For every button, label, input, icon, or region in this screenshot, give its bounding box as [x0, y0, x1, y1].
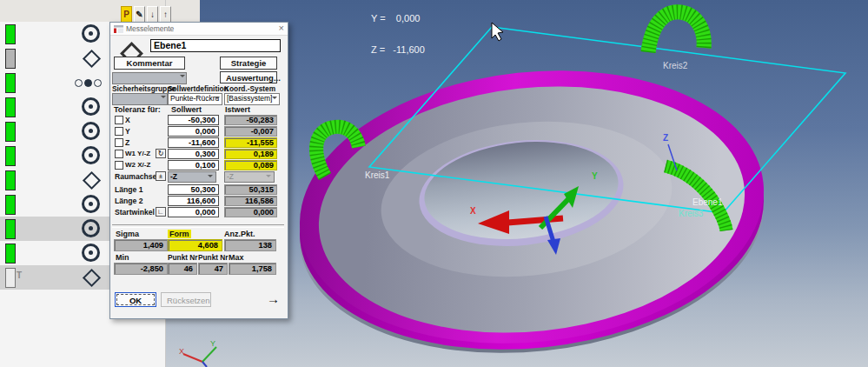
toolbar: P ✎ ↓ ↑: [121, 6, 171, 23]
sicherheitsgruppe-label: Sicherheitsgruppe: [112, 84, 176, 93]
status-bar-green: [5, 97, 16, 117]
circle-icon: [82, 219, 100, 237]
laenge1-istwert-value: 50,315: [224, 184, 277, 195]
status-bar-green: [5, 73, 16, 93]
dialog-title: Messelemente: [126, 24, 174, 33]
ok-button[interactable]: OK: [115, 292, 156, 307]
laenge1-sollwert-field[interactable]: 50,300: [168, 184, 219, 195]
raumachse-row: Raumachse ± -Z -Z: [110, 171, 288, 182]
status-bar-green: [5, 244, 16, 264]
kommentar-button[interactable]: Kommentar: [114, 57, 185, 70]
toleranz-fuer-label: Toleranz für:: [114, 105, 161, 114]
w1-sollwert-field[interactable]: 0,300: [168, 149, 219, 159]
sollwertdefinition-label: Sollwertdefinition: [168, 84, 229, 93]
z-checkbox[interactable]: [115, 138, 123, 147]
min-value: -2,850: [114, 263, 168, 275]
symmetry-point-icon: [75, 79, 109, 87]
tolerance-row-w1: W1 Y/-Z ↻ 0,300 0,189: [110, 149, 288, 159]
w2-checkbox[interactable]: [115, 161, 123, 170]
min-label: Min: [116, 253, 129, 262]
form-label: Form: [168, 230, 191, 238]
plane-icon: [83, 171, 101, 190]
max-value: 1,758: [229, 263, 276, 275]
sollwert-header: Sollwert: [171, 105, 202, 114]
laenge1-row: Länge 1 50,300 50,315: [110, 184, 288, 195]
x-axis-label: X: [470, 206, 476, 216]
x-checkbox[interactable]: [115, 116, 123, 124]
form-value: 4,608: [168, 239, 222, 251]
laenge2-sollwert-field[interactable]: 116,600: [168, 196, 219, 206]
move-down-button[interactable]: ↓: [147, 6, 158, 23]
ruecksetzen-button[interactable]: Rücksetzen: [161, 292, 211, 307]
sigma-value: 1,409: [114, 239, 168, 251]
chevron-down-icon: [161, 96, 166, 101]
status-bar-green: [5, 24, 16, 44]
angle-button[interactable]: ∟: [156, 207, 166, 217]
circle-icon: [82, 244, 100, 262]
startwinkel-sollwert-field[interactable]: 0,000: [168, 207, 219, 217]
auswertung-button[interactable]: Auswertung...: [220, 71, 277, 83]
move-up-button[interactable]: ↑: [160, 6, 171, 23]
app-icon: [114, 25, 123, 33]
plus-minus-button[interactable]: ±: [156, 171, 166, 181]
status-bar-green: [5, 122, 16, 142]
theoretical-marker: T: [17, 270, 22, 280]
punktnr2-label: Punkt Nr: [198, 253, 229, 262]
sigma-label: Sigma: [116, 230, 139, 238]
readout-y: Y = 0,000: [371, 13, 425, 23]
row-label: X: [125, 116, 130, 124]
chevron-down-icon: [272, 97, 277, 102]
status-bar-green: [5, 219, 16, 239]
circle-icon: [82, 24, 100, 43]
raumachse-label: Raumachse: [115, 172, 156, 181]
circle-icon: [82, 122, 100, 140]
readout-z: Z = -11,600: [371, 44, 425, 55]
y-istwert-value: -0,007: [224, 126, 277, 137]
punktnr1-value: 46: [168, 263, 197, 275]
row-label: W1 Y/-Z: [125, 150, 150, 157]
tolerance-row-w2: W2 X/-Z 0,100 0,089: [110, 160, 288, 170]
x-istwert-value: -50,283: [224, 115, 277, 125]
tolerance-row-y: Y 0,000 -0,007: [110, 126, 288, 137]
startwinkel-istwert-value: 0,000: [224, 207, 277, 217]
comment-dropdown[interactable]: [112, 72, 187, 84]
w2-sollwert-field[interactable]: 0,100: [168, 160, 219, 170]
label-kreis1: Kreis1: [365, 170, 389, 180]
element-name-field[interactable]: Ebene1: [150, 39, 281, 52]
startwinkel-label: Startwinkel: [115, 208, 155, 217]
status-bar-green: [5, 146, 16, 166]
x-sollwert-field[interactable]: -50,300: [168, 115, 219, 125]
label-ebene1: Ebene1: [692, 197, 722, 207]
chevron-down-icon: [180, 75, 185, 80]
status-bar-gray: [5, 49, 16, 69]
anzpkt-label: Anz.Pkt.: [224, 230, 255, 238]
circle-icon: [82, 195, 100, 213]
strategie-button[interactable]: Strategie: [220, 57, 277, 70]
probe-toggle-button[interactable]: P: [121, 6, 132, 23]
circle-icon: [82, 146, 100, 164]
status-bar-green: [5, 195, 16, 215]
z-axis-label: Z: [663, 133, 668, 143]
label-kreis3: Kreis3: [679, 209, 703, 218]
status-bar-green: [5, 170, 16, 190]
y-axis-label: Y: [592, 171, 598, 181]
coordinate-readout: Y = 0,000 Z = -11,600: [371, 0, 425, 76]
row-label: Y: [125, 127, 130, 136]
z-sollwert-field[interactable]: -11,600: [168, 137, 219, 148]
next-arrow-button[interactable]: →: [262, 290, 281, 306]
close-icon[interactable]: ×: [279, 23, 284, 33]
w2-istwert-value: 0,089: [224, 160, 277, 170]
chevron-down-icon: [266, 175, 271, 180]
dialog-titlebar[interactable]: Messelemente ×: [110, 23, 288, 36]
tolerance-row-z: Z -11,600 -11,555: [110, 137, 288, 148]
anzpkt-value: 138: [224, 239, 276, 251]
laenge1-label: Länge 1: [115, 185, 142, 194]
w1-swap-button[interactable]: ↻: [156, 149, 166, 158]
sicherheitsgruppe-dropdown[interactable]: [112, 93, 168, 105]
w1-checkbox[interactable]: [115, 150, 123, 158]
y-checkbox[interactable]: [115, 127, 123, 136]
z-istwert-value: -11,555: [224, 137, 277, 148]
edit-pencil-button[interactable]: ✎: [134, 6, 145, 23]
y-sollwert-field[interactable]: 0,000: [168, 126, 219, 137]
tolerance-row-x: X -50,300 -50,283: [110, 115, 288, 125]
